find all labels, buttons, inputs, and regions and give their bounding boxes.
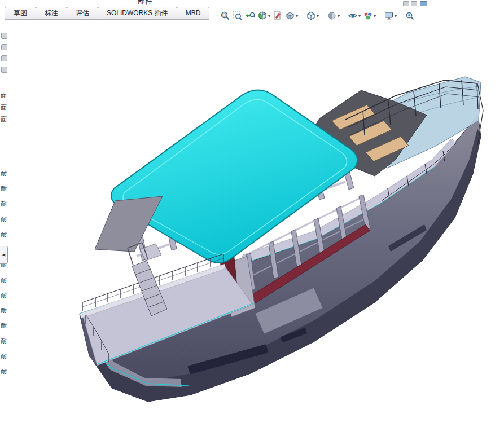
tab-evaluate[interactable]: 评估 [67, 7, 98, 20]
section-view-button[interactable]: ▾ [256, 9, 271, 23]
display-style-icon [327, 11, 337, 21]
commandmanager-tabbar: 草图 标注 评估 SOLIDWORKS 插件 MBD [5, 7, 209, 20]
section-view-icon [257, 11, 268, 21]
left-panel-icon-fragment [1, 55, 7, 61]
feature-tree-item[interactable]: 耐 [1, 230, 8, 239]
tab-sketch[interactable]: 草图 [5, 7, 36, 20]
feature-tree-item[interactable]: 面 [1, 103, 8, 112]
chevron-down-icon: ▾ [317, 14, 319, 19]
apply-scene-icon [384, 11, 394, 21]
previous-view-icon [245, 11, 255, 21]
feature-tree-item[interactable]: 耐 [1, 367, 8, 376]
graphics-area-3d-viewport[interactable] [8, 23, 504, 427]
apply-scene-button[interactable]: ▾ [383, 9, 398, 23]
hide-show-items-button[interactable]: ▾ [347, 9, 362, 23]
3d-drawing-view-button[interactable]: ▾ [284, 9, 299, 23]
feature-tree-item[interactable]: 耐 [1, 306, 8, 315]
featuremanager-flyout-tab[interactable]: ◀ [0, 246, 8, 264]
feature-tree-item[interactable]: 耐 [1, 322, 8, 330]
feature-tree-item[interactable]: 耐 [1, 337, 8, 345]
view-orientation-button[interactable]: ▾ [305, 9, 320, 23]
feature-tree-item[interactable]: 耐 [1, 352, 8, 360]
feature-tree-item[interactable]: 耐 [1, 291, 8, 300]
chevron-down-icon: ▾ [296, 14, 298, 19]
display-style-button[interactable]: ▾ [326, 9, 341, 23]
feature-tree-item[interactable]: 面 [1, 115, 8, 124]
chevron-down-icon: ▾ [338, 14, 340, 19]
feature-tree-item[interactable]: 耐 [1, 276, 8, 284]
left-panel-icon-fragment [1, 44, 7, 50]
dynamic-annotation-views-icon [273, 11, 283, 21]
chevron-down-icon: ▾ [358, 14, 361, 19]
hide-show-items-icon [348, 11, 358, 21]
zoom-to-area-icon [233, 11, 243, 21]
edit-appearance-icon [363, 11, 373, 21]
feature-tree-item[interactable]: 面 [1, 91, 8, 100]
edit-appearance-button[interactable]: ▾ [362, 9, 377, 23]
dynamic-annotation-views-button[interactable] [271, 9, 284, 23]
titlebar-icon-fragment [420, 1, 427, 6]
chevron-down-icon: ▾ [395, 14, 397, 19]
zoom-to-fit-button[interactable] [219, 9, 231, 23]
tab-mbd[interactable]: MBD [177, 7, 210, 20]
feature-tree-item[interactable]: 耐 [1, 215, 8, 223]
zoom-to-fit-icon [220, 11, 230, 21]
view-orientation-icon [306, 11, 316, 21]
previous-view-button[interactable] [244, 9, 256, 23]
titlebar-icon-fragment [411, 1, 417, 6]
featuremanager-tree-sliver: 面 面 面 耐 耐 耐 耐 耐 耐 耐 耐 耐 耐 耐 耐 耐 耐 [0, 25, 8, 427]
titlebar-icon-fragment [403, 1, 409, 6]
tab-solidworks-addins[interactable]: SOLIDWORKS 插件 [98, 7, 177, 20]
tab-annotation[interactable]: 标注 [36, 7, 67, 20]
headsup-view-toolbar: ▾ ▾ ▾ ▾ ▾ ▾ ▾ [219, 9, 416, 23]
feature-tree-item[interactable]: 耐 [1, 169, 8, 178]
ribbon-partial-label: 部件 [138, 0, 152, 7]
feature-tree-item[interactable]: 耐 [1, 184, 8, 193]
left-panel-icon-fragment [1, 33, 7, 39]
view-settings-button[interactable] [404, 9, 416, 23]
zoom-to-area-button[interactable] [231, 9, 244, 23]
feature-tree-item[interactable]: 耐 [1, 200, 8, 208]
left-panel-icon-fragment [1, 67, 7, 73]
view-settings-icon [405, 11, 415, 21]
chevron-down-icon: ▾ [268, 14, 270, 19]
chevron-down-icon: ▾ [374, 14, 376, 19]
3d-drawing-view-icon [285, 11, 295, 21]
